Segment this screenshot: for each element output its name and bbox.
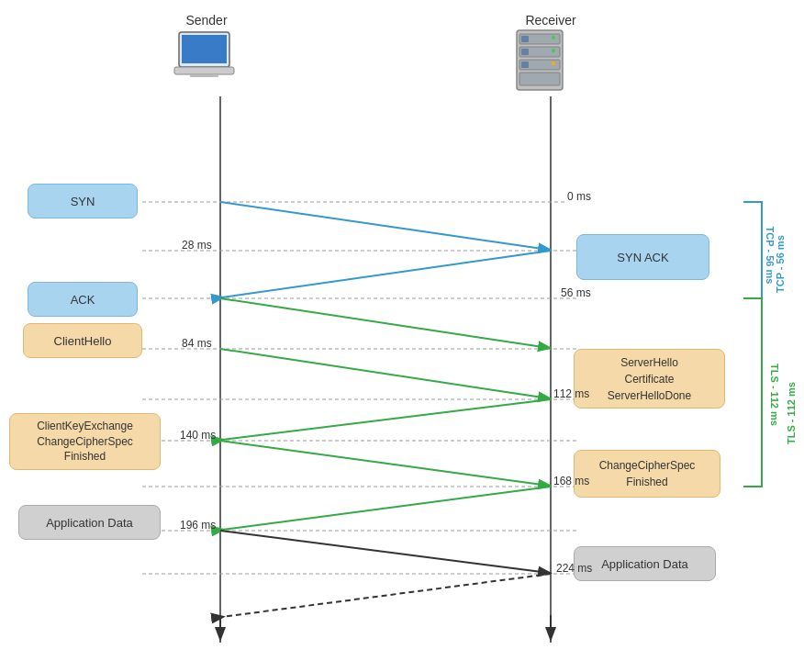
svg-point-12 — [552, 36, 555, 39]
svg-line-35 — [222, 574, 551, 617]
time-84ms: 84 ms — [182, 337, 212, 350]
syn-ack-box: SYN ACK — [576, 234, 709, 280]
svg-line-27 — [220, 202, 549, 250]
time-0ms: 0 ms — [567, 190, 591, 203]
time-56ms: 56 ms — [561, 286, 591, 299]
svg-rect-2 — [174, 67, 234, 74]
sender-icon — [170, 28, 243, 92]
svg-point-14 — [552, 62, 555, 65]
svg-text:TLS - 112 ms: TLS - 112 ms — [769, 364, 780, 426]
svg-rect-10 — [521, 62, 529, 68]
server-msgs-box: ServerHelloCertificateServerHelloDone — [574, 349, 725, 409]
app-data-left-box: Application Data — [18, 505, 161, 540]
diagram: Sender Receiver — [0, 0, 804, 672]
receiver-icon — [503, 26, 576, 95]
svg-rect-6 — [521, 36, 529, 42]
svg-rect-11 — [519, 73, 560, 85]
tls-bracket-label: TLS - 112 ms — [786, 358, 797, 468]
svg-rect-3 — [190, 74, 218, 77]
ack-box: ACK — [28, 282, 138, 317]
time-168ms: 168 ms — [553, 475, 589, 487]
time-140ms: 140 ms — [180, 429, 216, 442]
svg-point-13 — [552, 49, 555, 52]
svg-rect-1 — [182, 35, 227, 63]
syn-box: SYN — [28, 184, 138, 218]
client-hello-box: ClientHello — [23, 323, 142, 358]
time-112ms: 112 ms — [553, 387, 589, 400]
client-key-box: ClientKeyExchangeChangeCipherSpecFinishe… — [9, 413, 161, 470]
svg-line-30 — [220, 349, 549, 398]
svg-line-32 — [220, 441, 549, 486]
sender-label: Sender — [170, 13, 243, 28]
time-28ms: 28 ms — [182, 239, 212, 252]
svg-rect-8 — [521, 49, 529, 55]
svg-line-28 — [222, 251, 551, 297]
svg-line-31 — [222, 399, 551, 440]
time-224ms: 224 ms — [556, 562, 592, 575]
app-data-right-box: Application Data — [574, 546, 716, 581]
time-196ms: 196 ms — [180, 519, 216, 532]
svg-line-34 — [220, 531, 549, 573]
svg-line-29 — [220, 298, 549, 348]
tcp-bracket-label: TCP - 56 ms — [775, 228, 786, 301]
svg-line-33 — [222, 487, 551, 530]
change-cipher-box: ChangeCipherSpecFinished — [574, 450, 720, 498]
